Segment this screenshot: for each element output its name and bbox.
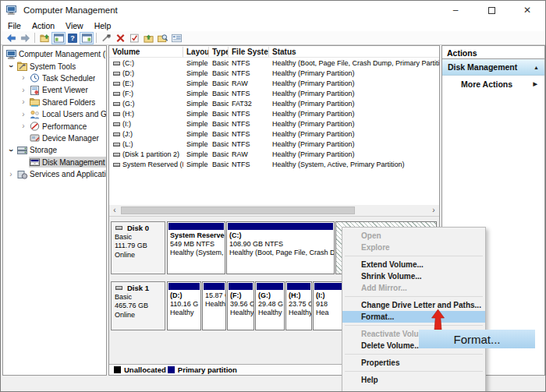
- menu-item-shrink-volume[interactable]: Shrink Volume...: [342, 270, 485, 282]
- partition-i[interactable]: (I:)918Hea: [313, 281, 344, 330]
- volume-row-disk1-partition2[interactable]: (Disk 1 partition 2)SimpleBasicRAWHealth…: [109, 149, 439, 159]
- disk-1-label[interactable]: Disk 1 Basic 465.76 GB Online: [111, 281, 165, 330]
- volume-row-c[interactable]: (C:)SimpleBasicNTFSHealthy (Boot, Page F…: [109, 58, 439, 68]
- volume-type: Basic: [209, 100, 229, 108]
- volume-name: (L:): [109, 140, 183, 148]
- chevron-expanded-icon[interactable]: ›: [7, 61, 15, 72]
- menu-separator: [345, 371, 483, 372]
- chevron-expanded-icon[interactable]: ›: [7, 145, 15, 156]
- volume-list-header: Volume Layout Type File System Status: [109, 46, 439, 58]
- volume-status: Healthy (Primary Partition): [269, 90, 439, 97]
- help-icon: ?: [68, 34, 77, 43]
- column-file-system[interactable]: File System: [229, 47, 269, 57]
- volume-layout: Simple: [183, 120, 209, 128]
- scroll-right-icon[interactable]: ›: [428, 205, 439, 216]
- partition-system-reserve[interactable]: System Reserve549 MB NTFSHealthy (System…: [167, 221, 225, 274]
- tree-item-disk-management[interactable]: Disk Management: [3, 157, 106, 168]
- horizontal-scrollbar[interactable]: ‹ ›: [109, 205, 439, 216]
- scrollbar-thumb[interactable]: [121, 207, 355, 214]
- partition-h[interactable]: (H:)23.75 GHealthy: [285, 281, 312, 330]
- chevron-collapsed-icon[interactable]: ›: [18, 98, 29, 106]
- chevron-collapsed-icon[interactable]: ›: [5, 171, 16, 178]
- volume-row-l[interactable]: (L:)SimpleBasicNTFSHealthy (Primary Part…: [109, 139, 439, 149]
- menu-item-help[interactable]: Help: [342, 374, 485, 386]
- partition-disk1-p2[interactable]: 15.87 GHealth: [202, 281, 226, 330]
- actions-group-disk-management[interactable]: Disk Management ▲: [442, 59, 544, 76]
- menu-bar: File Action View Help: [1, 19, 545, 31]
- tree-item-shared-folders[interactable]: › Shared Folders: [3, 97, 106, 108]
- menu-item-change-drive-letter[interactable]: Change Drive Letter and Paths...: [342, 299, 485, 311]
- menu-item-extend-volume[interactable]: Extend Volume...: [342, 259, 485, 270]
- tree-item-event-viewer[interactable]: › Event Viewer: [3, 84, 106, 96]
- window-title: Computer Management: [23, 5, 118, 15]
- volume-layout: Simple: [183, 59, 209, 67]
- column-status[interactable]: Status: [269, 47, 439, 57]
- column-layout[interactable]: Layout: [183, 47, 209, 57]
- more-actions-item[interactable]: More Actions ▶: [442, 76, 544, 93]
- volume-row-d[interactable]: (D:)SimpleBasicNTFSHealthy (Primary Part…: [109, 68, 439, 78]
- tree-item-system-tools[interactable]: › System Tools: [3, 60, 106, 72]
- collapse-icon[interactable]: ▲: [534, 65, 539, 70]
- back-button[interactable]: [4, 32, 18, 44]
- volume-row-g[interactable]: (G:)SimpleBasicFAT32Healthy (Primary Par…: [109, 98, 439, 108]
- menu-separator: [345, 354, 483, 355]
- close-button[interactable]: ✕: [509, 1, 545, 19]
- explore-button[interactable]: [155, 32, 169, 44]
- action-pane-toggle[interactable]: [80, 32, 94, 44]
- volume-row-j[interactable]: (J:)SimpleBasicNTFSHealthy (Primary Part…: [109, 129, 439, 139]
- scroll-left-icon[interactable]: ‹: [109, 205, 120, 216]
- tree-label: Disk Management: [42, 158, 105, 167]
- actions-header: Actions: [442, 46, 544, 59]
- menu-item-properties[interactable]: Properties: [342, 357, 485, 369]
- partition-c[interactable]: (C:)108.90 GB NTFSHealthy (Boot, Page Fi…: [226, 221, 335, 274]
- system-tools-icon: [17, 62, 27, 71]
- volume-row-f[interactable]: (F:)SimpleBasicNTFSHealthy (Primary Part…: [109, 88, 439, 98]
- performance-icon: [30, 122, 40, 131]
- tree-item-services-applications[interactable]: › Services and Applications: [3, 168, 106, 180]
- tree-item-computer-management[interactable]: Computer Management (Local: [3, 48, 106, 60]
- console-tree-toggle[interactable]: [51, 32, 66, 44]
- volume-row-i[interactable]: (I:)SimpleBasicNTFSHealthy (Primary Part…: [109, 118, 439, 129]
- open-button[interactable]: [141, 32, 155, 44]
- partition-f[interactable]: (F:)39.56 GHealthy: [227, 281, 254, 330]
- tree-item-performance[interactable]: › Performance: [3, 120, 106, 132]
- chevron-collapsed-icon[interactable]: ›: [18, 122, 29, 130]
- volume-type: Basic: [209, 90, 229, 97]
- help-button[interactable]: ?: [66, 32, 80, 44]
- details-view-button[interactable]: [169, 32, 183, 44]
- chevron-collapsed-icon[interactable]: ›: [18, 74, 29, 82]
- volume-row-e[interactable]: (E:)SimpleBasicRAWHealthy (Primary Parti…: [109, 78, 439, 88]
- properties-check-button[interactable]: [127, 32, 141, 44]
- menu-file[interactable]: File: [8, 21, 21, 30]
- tree-item-local-users-groups[interactable]: › Local Users and Groups: [3, 108, 106, 120]
- primary-partition-band: [228, 223, 333, 230]
- forward-button[interactable]: [18, 32, 32, 44]
- partition-d[interactable]: (D:)110.16 GHealthy: [167, 281, 201, 330]
- menu-item-format[interactable]: Format...: [342, 311, 485, 323]
- tree-item-task-scheduler[interactable]: › Task Scheduler: [3, 72, 106, 84]
- chevron-collapsed-icon[interactable]: ›: [18, 111, 29, 118]
- delete-button[interactable]: [113, 32, 127, 44]
- menu-action[interactable]: Action: [32, 21, 55, 30]
- disk-0-label[interactable]: Disk 0 Basic 111.79 GB Online: [111, 221, 165, 274]
- tree-item-device-manager[interactable]: Device Manager: [3, 132, 106, 144]
- maximize-button[interactable]: [473, 1, 509, 19]
- primary-partition-band: [257, 283, 283, 290]
- column-volume[interactable]: Volume: [109, 47, 183, 57]
- rescan-disks-button[interactable]: [99, 32, 113, 44]
- minimize-button[interactable]: –: [438, 1, 473, 19]
- minimize-icon: –: [453, 5, 459, 16]
- rescan-disks-icon: [101, 34, 112, 43]
- volume-row-system-reserved[interactable]: System Reserved (K:)SimpleBasicNTFSHealt…: [109, 159, 439, 169]
- volume-row-h[interactable]: (H:)SimpleBasicNTFSHealthy (Primary Part…: [109, 108, 439, 118]
- tree-item-storage[interactable]: › Storage: [3, 144, 106, 156]
- primary-partition-band: [204, 283, 225, 290]
- partition-g[interactable]: (G:)29.48 GHealthy: [255, 281, 285, 330]
- volume-layout: Simple: [183, 150, 209, 158]
- menu-help[interactable]: Help: [94, 21, 112, 30]
- up-folder-button[interactable]: [37, 32, 51, 44]
- column-type[interactable]: Type: [209, 47, 229, 57]
- menu-view[interactable]: View: [66, 21, 83, 30]
- volume-type: Basic: [209, 161, 229, 168]
- chevron-collapsed-icon[interactable]: ›: [18, 87, 29, 94]
